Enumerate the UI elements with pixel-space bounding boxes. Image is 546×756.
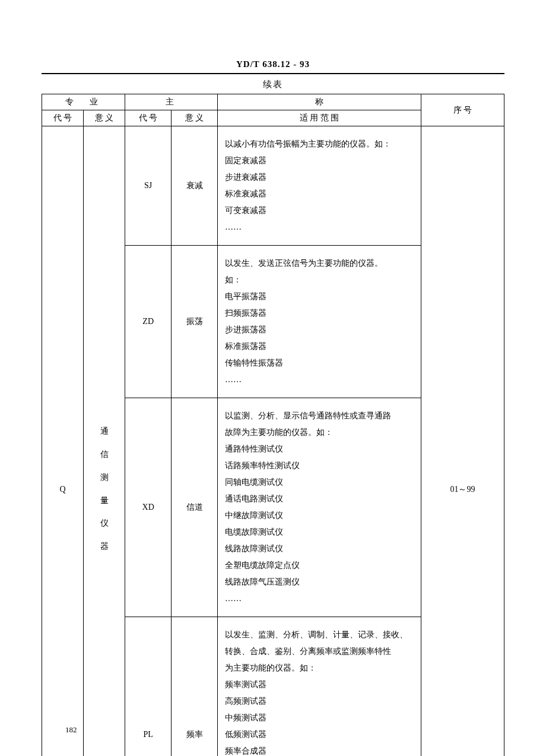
th-meaning-1: 意 义	[84, 110, 125, 126]
th-code-2: 代 号	[125, 110, 172, 126]
top-rule	[42, 73, 504, 74]
th-scope: 适 用 范 围	[218, 110, 421, 126]
scope-cell: 以减小有功信号振幅为主要功能的仪器。如：固定衰减器步进衰减器标准衰减器可变衰减器…	[218, 126, 421, 246]
th-code-1: 代 号	[42, 110, 84, 126]
sub-code: XD	[125, 398, 172, 617]
th-main: 主	[125, 94, 218, 110]
page-number: 182	[65, 725, 77, 735]
sub-code: ZD	[125, 246, 172, 398]
major-code: Q	[42, 126, 84, 757]
scope-cell: 以监测、分析、显示信号通路特性或查寻通路故障为主要功能的仪器。如：通路特性测试仪…	[218, 398, 421, 617]
sub-code: PL	[125, 617, 172, 757]
th-seq: 序 号	[421, 94, 504, 126]
sub-meaning: 信道	[172, 398, 218, 617]
sub-meaning: 衰减	[172, 126, 218, 246]
scope-cell: 以发生、发送正弦信号为主要功能的仪器。如：电平振荡器扫频振荡器步进振荡器标准振荡…	[218, 246, 421, 398]
classification-table: 专 业 主 称 序 号 代 号 意 义 代 号 意 义 适 用 范 围 Q通信测…	[42, 94, 504, 756]
sub-meaning: 振荡	[172, 246, 218, 398]
scope-cell: 以发生、监测、分析、调制、计量、记录、接收、转换、合成、鉴别、分离频率或监测频率…	[218, 617, 421, 757]
major-meaning: 通信测量仪器	[84, 126, 125, 757]
sequence-range: 01～99	[421, 126, 504, 757]
sub-code: SJ	[125, 126, 172, 246]
th-specialty: 专 业	[42, 94, 125, 110]
table-row: Q通信测量仪器SJ衰减以减小有功信号振幅为主要功能的仪器。如：固定衰减器步进衰减…	[42, 126, 504, 246]
table-body: Q通信测量仪器SJ衰减以减小有功信号振幅为主要功能的仪器。如：固定衰减器步进衰减…	[42, 126, 504, 757]
doc-code: YD/T 638.12 - 93	[42, 59, 504, 69]
sub-meaning: 频率	[172, 617, 218, 757]
table-caption: 续表	[42, 79, 504, 90]
th-meaning-2: 意 义	[172, 110, 218, 126]
th-title: 称	[218, 94, 421, 110]
